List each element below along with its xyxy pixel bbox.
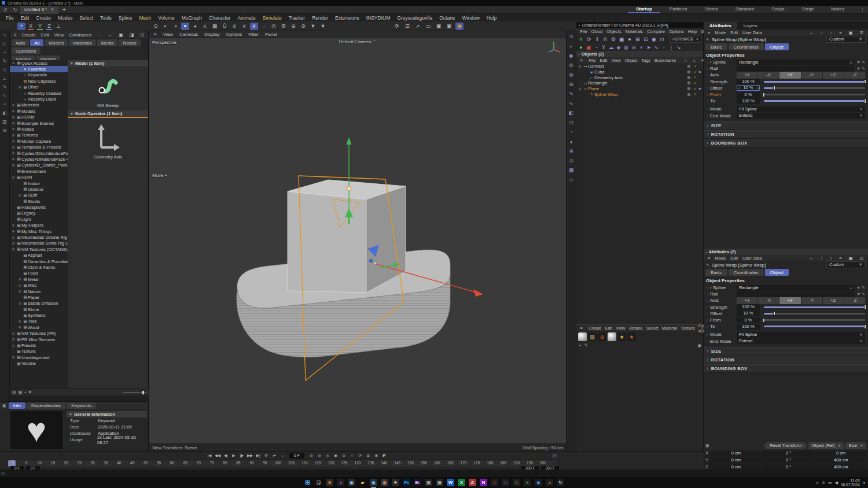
material-menu-item[interactable]: Create [587,326,604,331]
record-button[interactable]: ⊘ [315,453,323,459]
view-grid-icon[interactable]: ▦ [19,390,23,395]
menu-mode[interactable]: Mode [712,30,728,35]
objects-menu-item[interactable]: Bookmarks [653,58,679,63]
camera-label[interactable]: Default Camera ⊡ [149,39,566,45]
tab-keywords[interactable]: Keywords [67,402,96,409]
taskbar-app-icon[interactable]: ▣ [425,479,432,486]
material-thumbnail[interactable]: ▥ [588,332,597,341]
to-slider[interactable] [764,326,865,327]
menu-item[interactable]: Create [32,15,54,21]
menu-item[interactable]: Simulate [259,15,285,21]
viewport-menu-item[interactable]: Options [223,32,245,37]
transport-button[interactable]: ⟳ [262,453,270,459]
slider-knob[interactable] [773,311,775,316]
tab-layers[interactable]: Layers [738,22,763,29]
tree-item[interactable]: ⊞▤Stone [10,306,68,312]
tree-item[interactable]: ⊞▤Cycles4DMaterialPack-4K [10,156,68,162]
filter-icon[interactable]: ≡ [837,256,844,261]
octane-menu-item[interactable]: Help [686,29,698,34]
tab-basic[interactable]: Basic [705,269,727,276]
tab-object[interactable]: Object [765,269,789,276]
tree-item[interactable]: ⊞▤Paper [10,294,68,300]
tree-item[interactable]: ⊞▤Models [10,108,68,114]
toolbar-button[interactable]: ↗ [414,23,422,30]
layout-tab[interactable]: Nodes [823,6,852,13]
popout-icon[interactable]: ⊡ [138,32,146,38]
expander-icon[interactable]: ⊞ [12,230,16,233]
toolbar-button[interactable]: ◐ [161,23,170,30]
taskbar-app-icon[interactable]: □ [502,479,509,486]
axis-option[interactable]: -Y [801,72,822,79]
tree-item[interactable]: ⊞▤Nikomedias Some Rig Ultim [10,241,68,246]
back-icon[interactable]: ← [807,30,816,35]
material-thumbnail[interactable] [578,332,587,341]
toolbar-button[interactable]: ⊡ [403,23,411,30]
axis-option[interactable]: +Z [823,297,844,304]
link-box-icon[interactable]: ⊡ [849,60,852,65]
taskbar-app-icon[interactable]: ◉ [370,479,377,486]
expander-icon[interactable]: ⊞ [12,338,16,341]
up-icon[interactable]: ↑ [818,30,825,35]
tool-icon[interactable]: ◇ [3,67,6,72]
from-slider[interactable] [764,94,865,95]
octane-toolbar-icon[interactable]: ✳ [578,36,584,42]
axis-option[interactable]: +Y [779,72,800,79]
viewport-menu-item[interactable]: Display [201,32,222,37]
menu-userdata[interactable]: User Data [740,30,764,35]
spinner-left-icon[interactable]: ◂ [738,85,740,91]
toolbar-button[interactable]: ▦ [211,23,219,30]
anim-dot-icon[interactable]: ○ [705,80,710,83]
menu-item[interactable]: Window [459,15,483,21]
menu-userdata[interactable]: User Data [740,256,764,261]
octane-toolbar-icon[interactable]: ◈ [616,45,621,50]
taskbar-app-icon[interactable]: ❑ [315,479,322,486]
tab-info[interactable]: Info [9,402,25,409]
search-icon[interactable]: ○ [682,58,689,63]
hamburger-icon[interactable]: ≡ [705,256,712,261]
expander-icon[interactable]: ⊞ [12,146,16,149]
anim-dot-icon[interactable]: ○ [705,305,710,309]
expander-icon[interactable]: ⊞ [19,302,23,305]
axis-option[interactable]: -Z [844,72,865,79]
axis-option[interactable]: +X [737,297,757,304]
panel-icon[interactable]: ▣ [116,32,126,38]
axis-option[interactable]: -Z [844,297,865,304]
home-icon[interactable]: ⌂ [691,58,698,63]
enabled-check-icon[interactable]: ✓ [694,75,697,80]
asset-menu-item[interactable]: Create [20,32,38,38]
toolbar-button[interactable]: X [27,23,35,30]
menu-edit[interactable]: Edit [728,30,740,35]
taskbar-app-icon[interactable]: A [469,479,476,486]
tree-item[interactable]: ⊞▤Nodes [10,126,68,132]
octane-toolbar-icon[interactable]: ⊞ [635,36,641,42]
taskbar-app-icon[interactable]: W [447,479,454,486]
tree-item[interactable]: ⊞▤NM Textures (PR) [10,331,68,337]
taskbar-app-icon[interactable]: □ [491,479,498,486]
tag-flag-icon[interactable]: ⚑ [698,70,701,74]
expander-icon[interactable]: ⊞ [12,356,16,359]
taskbar-app-icon[interactable]: ◕ [546,479,553,486]
document-tab[interactable]: Untitled 3 * ✕ [20,6,58,14]
menu-item[interactable]: Edit [17,15,33,21]
new-tab-button[interactable]: + [58,6,70,13]
menu-item[interactable]: Render [308,15,332,21]
toolbar-button[interactable]: # [250,23,258,30]
expander-icon[interactable]: ⊞ [12,247,16,251]
octane-menu-item[interactable]: Compare [645,29,667,34]
scroll-chip[interactable]: ▣ [697,343,701,348]
tree-item[interactable]: ⊞▤NM Textures (OCTANE) [10,246,68,252]
object-tree-row[interactable]: ⊞▭Rectangle∶✓⚑ [576,80,703,86]
spline-field[interactable]: Rectangle⊡ [737,60,855,65]
tab-basic[interactable]: Basic [705,43,727,50]
octane-menu-item[interactable]: Cloud [589,29,605,34]
octane-toolbar-icon[interactable]: H [659,36,665,42]
object-tree-row[interactable]: ⊞⊶Connect∶✓⚑ [576,64,703,69]
tree-item[interactable]: ⊞▤Materials [10,102,68,108]
tree-item[interactable]: ⊞▤SDiff [10,193,68,198]
add-material-button[interactable]: + [579,343,582,348]
expander-icon[interactable]: ⊞ [12,127,16,131]
tree-item[interactable]: ⊞▤My Helpers [10,223,68,228]
undo-arrow-icon[interactable]: ↺ [0,7,10,13]
toolbar-button[interactable]: ⊥ [54,23,62,30]
transport-button[interactable]: |▶ [238,453,246,459]
